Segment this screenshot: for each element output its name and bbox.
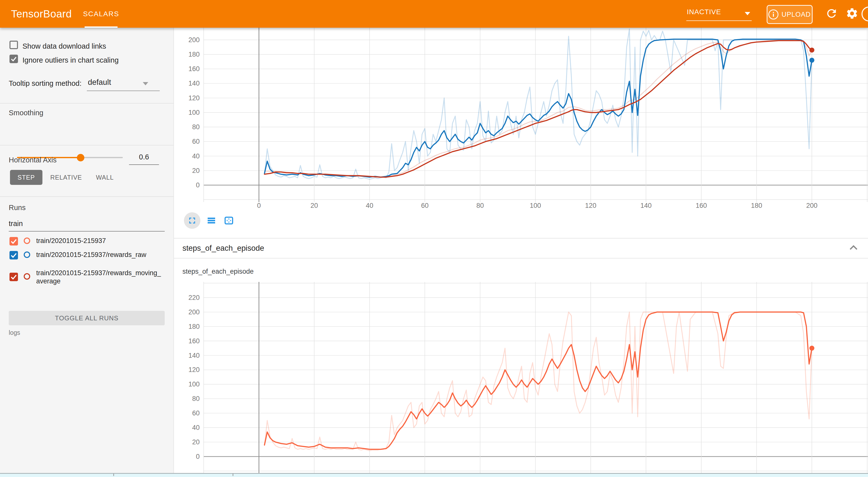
svg-text:60: 60 bbox=[421, 202, 429, 209]
chevron-down-icon bbox=[143, 82, 148, 85]
data-table-icon[interactable] bbox=[207, 216, 216, 225]
svg-text:40: 40 bbox=[192, 152, 200, 160]
svg-text:60: 60 bbox=[192, 138, 200, 145]
section-header[interactable]: steps_of_each_episode bbox=[174, 238, 868, 258]
svg-text:80: 80 bbox=[476, 202, 484, 209]
svg-text:0: 0 bbox=[257, 202, 261, 209]
settings-gear-icon[interactable] bbox=[845, 7, 859, 20]
svg-text:160: 160 bbox=[188, 65, 200, 73]
svg-text:140: 140 bbox=[188, 352, 200, 359]
logs-label: logs bbox=[9, 329, 20, 336]
svg-text:40: 40 bbox=[192, 424, 200, 431]
runs-filter-input[interactable]: train bbox=[9, 218, 165, 231]
chevron-up-icon[interactable] bbox=[849, 245, 858, 251]
bottom-strip bbox=[0, 473, 868, 477]
tick-mark bbox=[232, 474, 234, 476]
fit-domain-icon[interactable] bbox=[224, 216, 234, 225]
svg-text:0: 0 bbox=[196, 453, 200, 460]
upload-button[interactable]: UPLOAD bbox=[767, 5, 813, 24]
svg-text:100: 100 bbox=[188, 380, 200, 388]
run-color-circle[interactable] bbox=[24, 273, 30, 280]
smoothing-value-input[interactable]: 0.6 bbox=[129, 153, 159, 165]
run-label: train/20201015-215937 bbox=[36, 237, 162, 245]
svg-text:20: 20 bbox=[192, 438, 200, 446]
smoothing-label: Smoothing bbox=[9, 109, 43, 117]
svg-text:120: 120 bbox=[585, 202, 596, 209]
tensorboard-app: TensorBoard SCALARS INACTIVE UPLOAD Show… bbox=[0, 0, 868, 477]
smoothing-slider-thumb[interactable] bbox=[77, 154, 84, 161]
refresh-icon[interactable] bbox=[825, 7, 838, 20]
app-title: TensorBoard bbox=[11, 8, 72, 20]
axis-relative-button[interactable]: RELATIVE bbox=[48, 170, 85, 185]
run-checkbox[interactable] bbox=[9, 251, 18, 259]
show-download-links-label: Show data download links bbox=[23, 42, 106, 51]
run-color-circle[interactable] bbox=[24, 237, 30, 244]
svg-text:180: 180 bbox=[188, 51, 200, 58]
status-dropdown[interactable]: INACTIVE bbox=[686, 6, 752, 21]
info-icon bbox=[768, 9, 778, 20]
svg-text:180: 180 bbox=[188, 323, 200, 330]
ignore-outliers-checkbox[interactable] bbox=[9, 55, 18, 63]
chart-toolbar bbox=[184, 212, 259, 230]
main-content: 0204060801001201401601802000204060801001… bbox=[174, 28, 868, 473]
tab-scalars[interactable]: SCALARS bbox=[82, 0, 120, 28]
svg-text:180: 180 bbox=[751, 202, 762, 209]
run-color-circle[interactable] bbox=[24, 252, 30, 258]
svg-text:160: 160 bbox=[188, 337, 200, 345]
svg-text:60: 60 bbox=[192, 409, 200, 417]
chevron-down-icon bbox=[745, 12, 750, 15]
svg-text:120: 120 bbox=[188, 366, 200, 374]
svg-text:200: 200 bbox=[806, 202, 817, 209]
run-checkbox[interactable] bbox=[9, 237, 18, 246]
svg-text:160: 160 bbox=[695, 202, 707, 209]
horizontal-axis-label: Horizontal Axis bbox=[9, 156, 57, 164]
app-header: TensorBoard SCALARS INACTIVE UPLOAD bbox=[0, 0, 868, 28]
axis-wall-button[interactable]: WALL bbox=[90, 170, 120, 185]
chart-canvas: 0204060801001201401601802000204060801001… bbox=[174, 28, 868, 213]
upload-button-label: UPLOAD bbox=[781, 11, 811, 19]
tooltip-sorting-dropdown[interactable]: default bbox=[87, 76, 160, 91]
svg-text:100: 100 bbox=[188, 109, 200, 116]
steps-of-each-episode-chart[interactable]: 020406080100120140160180200220 bbox=[174, 282, 868, 473]
ignore-outliers-label: Ignore outliers in chart scaling bbox=[23, 56, 119, 64]
svg-text:40: 40 bbox=[366, 202, 373, 209]
section-title: steps_of_each_episode bbox=[182, 244, 264, 253]
svg-text:80: 80 bbox=[192, 395, 200, 403]
svg-text:120: 120 bbox=[188, 94, 200, 102]
svg-text:220: 220 bbox=[188, 294, 200, 301]
chart-card-title: steps_of_each_episode bbox=[182, 268, 254, 276]
svg-text:80: 80 bbox=[192, 123, 200, 131]
run-label: train/20201015-215937/rewards_moving_ave… bbox=[36, 269, 162, 285]
status-dropdown-value: INACTIVE bbox=[687, 8, 721, 16]
chart-canvas: 020406080100120140160180200220 bbox=[174, 282, 868, 473]
run-checkbox[interactable] bbox=[9, 273, 18, 281]
rewards-chart[interactable]: 0204060801001201401601802000204060801001… bbox=[174, 28, 868, 213]
runs-heading: Runs bbox=[9, 203, 26, 212]
svg-text:20: 20 bbox=[310, 202, 318, 209]
svg-text:140: 140 bbox=[641, 202, 652, 209]
divider bbox=[0, 145, 174, 146]
svg-text:20: 20 bbox=[192, 167, 200, 174]
runs-filter-value: train bbox=[9, 220, 23, 228]
axis-step-button[interactable]: STEP bbox=[10, 170, 42, 185]
svg-text:140: 140 bbox=[188, 80, 200, 87]
svg-text:0: 0 bbox=[196, 181, 200, 189]
tab-scalars-label: SCALARS bbox=[83, 10, 119, 18]
help-icon[interactable] bbox=[862, 6, 868, 22]
settings-sidebar: Show data download links Ignore outliers… bbox=[0, 28, 174, 473]
tick-mark bbox=[113, 474, 114, 476]
show-download-links-checkbox[interactable] bbox=[9, 41, 18, 49]
svg-text:200: 200 bbox=[188, 36, 200, 44]
divider bbox=[0, 103, 174, 103]
svg-text:200: 200 bbox=[188, 308, 200, 316]
toggle-all-runs-button[interactable]: TOGGLE ALL RUNS bbox=[9, 311, 165, 325]
divider bbox=[0, 196, 174, 197]
svg-text:100: 100 bbox=[530, 202, 541, 209]
fullscreen-icon[interactable] bbox=[187, 216, 197, 225]
tooltip-sorting-label: Tooltip sorting method: bbox=[9, 80, 82, 88]
run-label: train/20201015-215937/rewards_raw bbox=[36, 251, 162, 259]
tab-active-underline bbox=[85, 27, 118, 28]
tooltip-sorting-value: default bbox=[88, 78, 111, 87]
